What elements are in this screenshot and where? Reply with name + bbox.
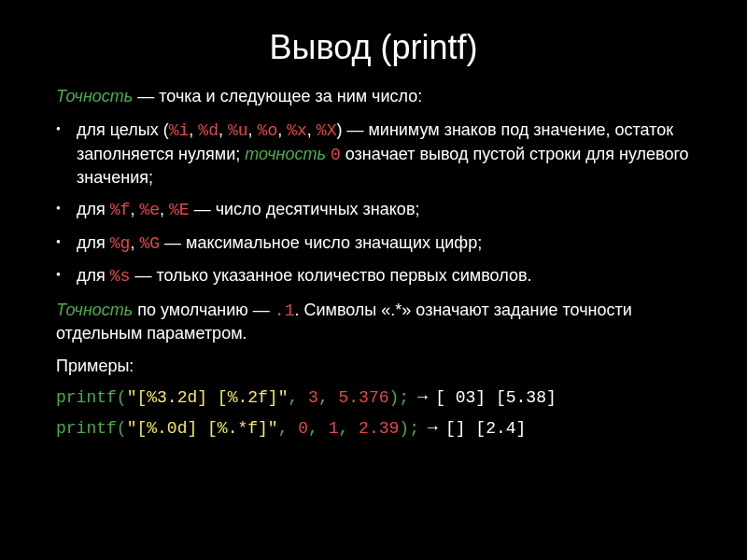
bullet-integers: для целых (%i, %d, %u, %o, %x, %X) — мин… xyxy=(77,119,710,189)
text: — максимальное число значащих цифр; xyxy=(160,233,482,252)
number: 1 xyxy=(329,419,339,438)
fmt-spec: %E xyxy=(169,201,190,219)
semicolon: ; xyxy=(409,419,419,438)
slide-title: Вывод (printf) xyxy=(37,28,710,67)
comma: , xyxy=(189,120,198,139)
fmt-spec: %o xyxy=(258,121,278,140)
default-note: Точность по умолчанию — .1. Символы «.*»… xyxy=(56,299,710,345)
fmt-spec: %d xyxy=(198,121,218,140)
example-1: printf("[%3.2d] [%.2f]", 3, 5.376); → [ … xyxy=(56,387,710,407)
comma: , xyxy=(288,388,308,407)
comma: , xyxy=(130,233,139,252)
comma: , xyxy=(318,388,339,407)
example-2: printf("[%.0d] [%.*f]", 0, 1, 2.39); → [… xyxy=(56,418,710,438)
comma: , xyxy=(308,419,329,438)
text: для xyxy=(77,233,110,252)
bullet-floats: для %f, %e, %E — число десятичных знаков… xyxy=(77,198,710,221)
fmt-spec: %u xyxy=(228,121,248,140)
arrow: → xyxy=(409,387,435,406)
number: 0 xyxy=(298,419,308,438)
lead-rest: — точка и следующее за ним число: xyxy=(133,87,422,105)
precision-term: Точность xyxy=(56,301,133,319)
bullet-g: для %g, %G — максимальное число значащих… xyxy=(77,231,710,255)
comma: , xyxy=(248,120,258,139)
arrow: → xyxy=(419,418,445,437)
fmt-spec: %f xyxy=(110,201,131,219)
number: 5.376 xyxy=(338,388,388,407)
comma: , xyxy=(218,120,228,139)
lead-line: Точность — точка и следующее за ним числ… xyxy=(56,86,710,107)
fmt-spec: %s xyxy=(110,267,131,286)
examples-label: Примеры: xyxy=(56,357,710,376)
slide: Вывод (printf) Точность — точка и следую… xyxy=(0,0,747,560)
precision-term: Точность xyxy=(56,87,133,105)
text: — только указанное количество первых сим… xyxy=(130,266,531,285)
bullet-s: для %s — только указанное количество пер… xyxy=(77,264,710,287)
comma: , xyxy=(278,419,299,438)
paren: ( xyxy=(117,419,127,438)
fn-name: printf xyxy=(56,419,117,438)
text: по умолчанию — xyxy=(133,301,275,319)
fmt-spec: %G xyxy=(139,234,160,253)
paren: ) xyxy=(399,419,409,438)
number: 0 xyxy=(331,146,341,164)
fmt-spec: %x xyxy=(287,121,307,140)
text: для xyxy=(77,200,110,218)
comma: , xyxy=(130,200,139,218)
text: для xyxy=(77,266,110,285)
semicolon: ; xyxy=(399,388,409,407)
string-literal: "[%3.2d] [%.2f]" xyxy=(127,388,289,407)
fmt-spec: %X xyxy=(317,121,337,140)
comma: , xyxy=(277,120,287,139)
paren: ) xyxy=(389,388,400,407)
output: [ 03] [5.38] xyxy=(435,388,557,407)
number: 2.39 xyxy=(359,419,399,438)
number: .1 xyxy=(275,301,295,320)
bullet-list: для целых (%i, %d, %u, %o, %x, %X) — мин… xyxy=(56,119,710,287)
text: для целых ( xyxy=(77,120,169,139)
precision-term: точность xyxy=(245,145,326,163)
comma: , xyxy=(160,200,169,218)
comma: , xyxy=(339,419,359,438)
text: — число десятичных знаков; xyxy=(190,200,420,218)
comma: , xyxy=(307,120,317,139)
paren: ( xyxy=(117,388,127,407)
fmt-spec: %g xyxy=(110,234,131,253)
fn-name: printf xyxy=(56,388,117,407)
fmt-spec: %e xyxy=(139,201,160,219)
number: 3 xyxy=(308,388,318,407)
string-literal: "[%.0d] [%.*f]" xyxy=(127,419,278,438)
fmt-spec: %i xyxy=(169,121,190,140)
output: [] [2.4] xyxy=(445,419,526,438)
